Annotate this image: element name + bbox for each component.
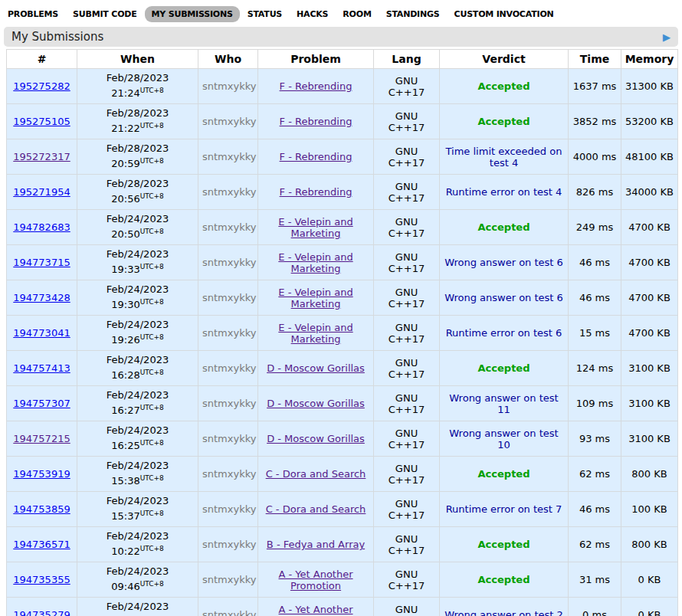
problem-link[interactable]: F - Rebrending xyxy=(280,80,352,92)
submission-who-link[interactable]: sntmxykky xyxy=(202,433,256,444)
problem-link[interactable]: A - Yet Another Promotion xyxy=(278,568,352,591)
submission-who-link[interactable]: sntmxykky xyxy=(202,468,256,480)
submission-id-link[interactable]: 194757413 xyxy=(13,362,70,374)
submission-who-link[interactable]: sntmxykky xyxy=(202,186,256,198)
problem-link[interactable]: C - Dora and Search xyxy=(266,503,366,515)
submission-id-cell: 194736571 xyxy=(7,527,77,562)
submission-id-link[interactable]: 195275282 xyxy=(13,80,70,92)
submission-id-cell: 194753859 xyxy=(7,492,77,527)
submission-when-cell: Feb/24/202316:25UTC+8 xyxy=(77,421,198,457)
expand-arrow-icon[interactable]: ▶ xyxy=(663,32,671,42)
submission-date: Feb/24/2023 xyxy=(81,494,194,509)
problem-link[interactable]: E - Velepin and Marketing xyxy=(278,251,352,274)
verdict-cell: Runtime error on test 7 xyxy=(440,492,569,527)
verdict-text: Time limit exceeded on test 4 xyxy=(446,146,562,169)
problem-link[interactable]: D - Moscow Gorillas xyxy=(267,398,365,409)
problem-link[interactable]: D - Moscow Gorillas xyxy=(267,362,365,374)
submission-id-link[interactable]: 195271954 xyxy=(13,186,70,198)
submission-who-link[interactable]: sntmxykky xyxy=(202,80,256,92)
problem-link[interactable]: F - Rebrending xyxy=(280,116,352,127)
submission-id-link[interactable]: 194736571 xyxy=(13,539,70,550)
submission-who-link[interactable]: sntmxykky xyxy=(202,151,256,162)
second-level-menu: PROBLEMSSUBMIT CODEMY SUBMISSIONSSTATUSH… xyxy=(0,0,682,27)
submission-id-link[interactable]: 195272317 xyxy=(13,151,70,162)
nav-item-status[interactable]: STATUS xyxy=(241,6,289,22)
table-row: 195275282Feb/28/202321:24UTC+8sntmxykkyF… xyxy=(7,69,678,104)
submission-id-link[interactable]: 194753919 xyxy=(13,468,70,480)
time-cell: 4000 ms xyxy=(569,139,621,175)
submission-id-link[interactable]: 194782683 xyxy=(13,221,70,233)
submission-id-link[interactable]: 194757215 xyxy=(13,433,70,444)
time-cell: 109 ms xyxy=(569,386,621,421)
verdict-text: Accepted xyxy=(478,221,530,233)
verdict-cell: Accepted xyxy=(440,104,569,139)
problem-link[interactable]: A - Yet Another Promotion xyxy=(278,604,352,616)
nav-item-my-submissions[interactable]: MY SUBMISSIONS xyxy=(145,6,240,22)
problem-link[interactable]: F - Rebrending xyxy=(280,151,352,162)
submission-who-link[interactable]: sntmxykky xyxy=(202,116,256,127)
nav-item-room[interactable]: ROOM xyxy=(336,6,378,22)
memory-cell: 0 KB xyxy=(621,598,678,616)
submission-id-link[interactable]: 194773428 xyxy=(13,292,70,303)
nav-item-custom-invocation[interactable]: CUSTOM INVOCATION xyxy=(448,6,561,22)
submission-when-cell: Feb/24/202319:30UTC+8 xyxy=(77,280,198,316)
table-row: 194773715Feb/24/202319:33UTC+8sntmxykkyE… xyxy=(7,245,678,280)
nav-item-standings[interactable]: STANDINGS xyxy=(379,6,447,22)
submission-time: 20:50UTC+8 xyxy=(81,227,194,242)
timezone-label: UTC+8 xyxy=(140,157,164,165)
submission-who-link[interactable]: sntmxykky xyxy=(202,362,256,374)
submission-id-link[interactable]: 194773715 xyxy=(13,257,70,268)
nav-item-problems[interactable]: PROBLEMS xyxy=(1,6,65,22)
submission-date: Feb/24/2023 xyxy=(81,459,194,473)
submission-who-link[interactable]: sntmxykky xyxy=(202,503,256,515)
problem-link[interactable]: E - Velepin and Marketing xyxy=(278,216,352,239)
problem-link[interactable]: E - Velepin and Marketing xyxy=(278,322,352,345)
problem-link[interactable]: D - Moscow Gorillas xyxy=(267,433,365,444)
submission-id-cell: 195275282 xyxy=(7,69,77,104)
lang-cell: GNU C++17 xyxy=(374,139,440,175)
time-cell: 93 ms xyxy=(569,421,621,457)
problem-link[interactable]: F - Rebrending xyxy=(280,186,352,198)
verdict-text: Wrong answer on test 6 xyxy=(444,257,563,268)
lang-cell: GNU C++17 xyxy=(374,210,440,245)
table-row: 194782683Feb/24/202320:50UTC+8sntmxykkyE… xyxy=(7,210,678,245)
submission-who-link[interactable]: sntmxykky xyxy=(202,574,256,585)
nav-item-submit-code[interactable]: SUBMIT CODE xyxy=(66,6,143,22)
verdict-cell: Accepted xyxy=(440,527,569,562)
column-header-lang: Lang xyxy=(374,50,440,69)
submission-id-link[interactable]: 194753859 xyxy=(13,503,70,515)
submission-who-link[interactable]: sntmxykky xyxy=(202,539,256,550)
submission-who-link[interactable]: sntmxykky xyxy=(202,609,256,616)
submission-who-link[interactable]: sntmxykky xyxy=(202,292,256,303)
submission-id-cell: 194773041 xyxy=(7,316,77,351)
time-cell: 3852 ms xyxy=(569,104,621,139)
verdict-text: Wrong answer on test 11 xyxy=(449,392,558,415)
time-cell: 46 ms xyxy=(569,492,621,527)
submission-id-cell: 195275105 xyxy=(7,104,77,139)
nav-item-hacks[interactable]: HACKS xyxy=(290,6,335,22)
table-row: 194757215Feb/24/202316:25UTC+8sntmxykkyD… xyxy=(7,421,678,457)
submission-id-link[interactable]: 194757307 xyxy=(13,398,70,409)
problem-link[interactable]: E - Velepin and Marketing xyxy=(278,287,352,310)
submission-who-link[interactable]: sntmxykky xyxy=(202,257,256,268)
submission-id-link[interactable]: 194773041 xyxy=(13,327,70,339)
column-header-when: When xyxy=(77,50,198,69)
problem-link[interactable]: B - Fedya and Array xyxy=(267,539,365,550)
time-cell: 124 ms xyxy=(569,351,621,386)
submission-who-link[interactable]: sntmxykky xyxy=(202,398,256,409)
submission-id-link[interactable]: 195275105 xyxy=(13,116,70,127)
submission-who-link[interactable]: sntmxykky xyxy=(202,221,256,233)
submission-id-cell: 194735279 xyxy=(7,598,77,616)
verdict-text: Accepted xyxy=(478,539,530,550)
problem-cell: F - Rebrending xyxy=(258,104,374,139)
submissions-table: #WhenWhoProblemLangVerdictTimeMemory 195… xyxy=(6,49,678,616)
submission-time: 16:25UTC+8 xyxy=(81,438,194,454)
problem-link[interactable]: C - Dora and Search xyxy=(266,468,366,480)
submission-who-link[interactable]: sntmxykky xyxy=(202,327,256,339)
submission-who-cell: sntmxykky xyxy=(198,421,258,457)
problem-cell: C - Dora and Search xyxy=(258,492,374,527)
submission-time: 19:26UTC+8 xyxy=(81,333,194,348)
submission-id-link[interactable]: 194735355 xyxy=(13,574,70,585)
lang-cell: GNU C++17 xyxy=(374,104,440,139)
submission-id-link[interactable]: 194735279 xyxy=(13,609,70,616)
